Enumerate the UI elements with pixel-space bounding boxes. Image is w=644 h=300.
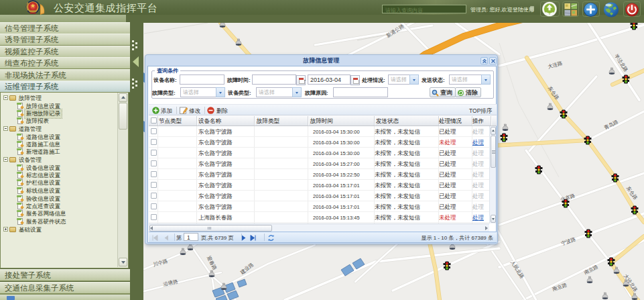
svg-text:大连路: 大连路 (547, 60, 563, 70)
svg-text:沿塘路: 沿塘路 (162, 279, 178, 288)
svg-text:川中路: 川中路 (152, 258, 168, 268)
svg-text:人民北路: 人民北路 (509, 260, 525, 280)
svg-text:宁波路: 宁波路 (560, 236, 576, 247)
